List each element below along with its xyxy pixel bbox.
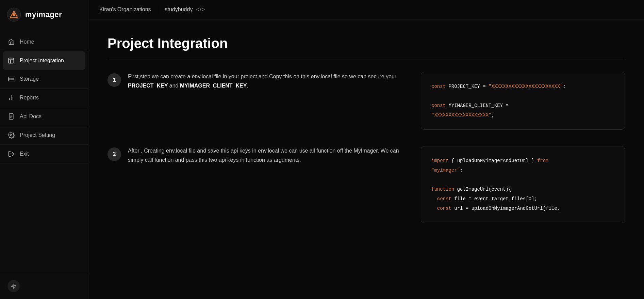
code-line-9: const file = event.target.files[0];: [431, 194, 614, 204]
code-line-1: const PROJECT_KEY = "XXXXXXXXXXXXXXXXXXX…: [431, 82, 614, 91]
step-2-left: 2 After , Creating env.local file and sa…: [108, 146, 407, 164]
sidebar-item-storage[interactable]: Storage: [0, 70, 88, 89]
page-title: Project Integration: [108, 36, 625, 51]
svg-rect-3: [9, 58, 14, 63]
svg-point-2: [13, 13, 15, 16]
code-line-10: const url = uploadOnMyimagerAndGetUrl(fi…: [431, 204, 614, 213]
sidebar-label-project-setting: Project Setting: [20, 132, 55, 138]
code-line-3: const MYIMAGER_CLIENT_KEY =: [431, 101, 614, 110]
sidebar-bottom: [0, 273, 88, 299]
reports-icon: [7, 94, 15, 101]
step-1-code: const PROJECT_KEY = "XXXXXXXXXXXXXXXXXXX…: [421, 72, 625, 130]
sidebar-item-api-docs[interactable]: Api Docs: [0, 107, 88, 126]
settings-icon: [7, 131, 15, 139]
sidebar-label-api-docs: Api Docs: [20, 113, 42, 120]
topbar: Kiran's Organizations studybuddy </>: [88, 0, 644, 19]
step-2-row: 2 After , Creating env.local file and sa…: [108, 146, 625, 223]
box-icon: [7, 57, 15, 64]
code-line-8: function getImageUrl(event){: [431, 185, 614, 194]
sidebar-item-reports[interactable]: Reports: [0, 89, 88, 107]
sidebar-label-storage: Storage: [20, 76, 39, 82]
code-line-2: [431, 91, 614, 101]
home-icon: [7, 38, 15, 46]
topbar-project: studybuddy </>: [165, 6, 205, 13]
step-1-text: First,step we can create a env.local fil…: [128, 72, 407, 90]
sidebar-label-exit: Exit: [20, 151, 29, 157]
exit-icon: [7, 150, 15, 158]
sidebar-label-reports: Reports: [20, 95, 39, 101]
lightning-icon: [11, 283, 17, 289]
topbar-org-name: Kiran's Organizations: [99, 6, 151, 13]
sidebar: myimager Home Project Integration Storag…: [0, 0, 88, 299]
lightning-button[interactable]: [7, 280, 20, 292]
app-name: myimager: [25, 10, 62, 19]
sidebar-label-project-integration: Project Integration: [20, 58, 64, 64]
svg-rect-5: [9, 79, 14, 81]
page-content: Project Integration 1 First,step we can …: [88, 19, 644, 299]
topbar-divider: [158, 5, 158, 14]
api-docs-icon: [7, 113, 15, 120]
step-2-number: 2: [108, 147, 121, 161]
sidebar-item-exit[interactable]: Exit: [0, 145, 88, 163]
topbar-project-name: studybuddy: [165, 6, 193, 13]
page-divider: [108, 58, 625, 58]
code-keyword: const: [431, 84, 446, 89]
step-1-row: 1 First,step we can create a env.local f…: [108, 72, 625, 130]
step-1-left: 1 First,step we can create a env.local f…: [108, 72, 407, 90]
svg-rect-9: [9, 114, 13, 120]
sidebar-label-home: Home: [20, 39, 34, 45]
storage-icon: [7, 75, 15, 83]
sidebar-nav: Home Project Integration Storage Reports: [0, 29, 88, 273]
code-line-7: [431, 175, 614, 185]
sidebar-item-project-setting[interactable]: Project Setting: [0, 126, 88, 145]
sidebar-item-home[interactable]: Home: [0, 33, 88, 51]
code-brackets-icon: </>: [196, 6, 205, 13]
code-line-6: "myimager";: [431, 166, 614, 175]
main-area: Kiran's Organizations studybuddy </> Pro…: [88, 0, 644, 299]
svg-marker-15: [11, 284, 16, 289]
code-line-5: import { uploadOnMyimagerAndGetUrl } fro…: [431, 156, 614, 166]
sidebar-item-project-integration[interactable]: Project Integration: [3, 51, 85, 70]
app-logo: [7, 7, 21, 22]
step-1-number: 1: [108, 73, 121, 87]
svg-rect-4: [9, 77, 14, 79]
logo-area: myimager: [0, 0, 88, 29]
step-2-text: After , Creating env.local file and save…: [128, 146, 407, 164]
step-2-code: import { uploadOnMyimagerAndGetUrl } fro…: [421, 146, 625, 223]
code-line-4: "XXXXXXXXXXXXXXXXXXX";: [431, 110, 614, 120]
svg-point-13: [11, 135, 12, 136]
